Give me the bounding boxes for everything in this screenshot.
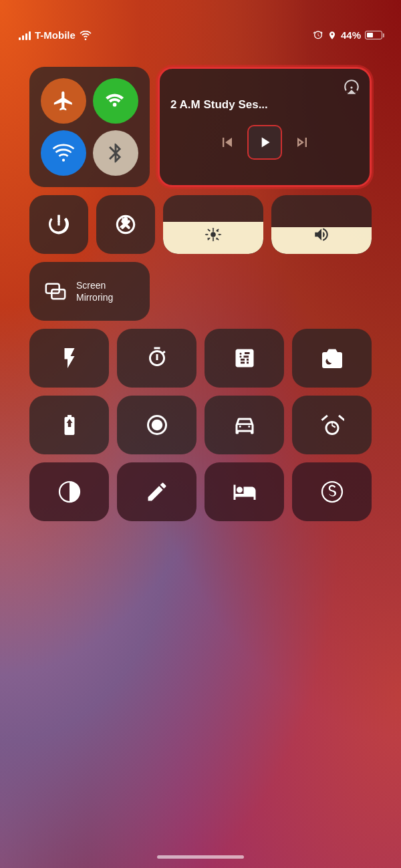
- svg-point-2: [211, 232, 216, 237]
- sleep-icon: [233, 480, 257, 504]
- car-icon: [233, 413, 257, 437]
- shazam-button[interactable]: [292, 462, 372, 521]
- notes-button[interactable]: [117, 462, 196, 521]
- brightness-icon: [205, 226, 222, 246]
- wifi-status-icon: [80, 31, 92, 40]
- screen-mirroring-row: Screen Mirroring: [29, 262, 372, 321]
- svg-point-7: [151, 420, 162, 431]
- alarm-clock-icon: [320, 413, 344, 437]
- play-pause-button[interactable]: [247, 125, 282, 160]
- flashlight-button[interactable]: [29, 329, 109, 388]
- battery-fill: [367, 33, 373, 37]
- screen-record-icon: [145, 413, 169, 437]
- svg-point-9: [322, 482, 342, 502]
- volume-icon: [313, 226, 330, 246]
- rewind-button[interactable]: [218, 133, 237, 152]
- do-not-disturb-icon: [113, 212, 138, 237]
- connectivity-block: [29, 67, 150, 187]
- cellular-icon: [104, 90, 127, 112]
- rotation-lock-button[interactable]: [29, 195, 88, 254]
- calculator-icon: [233, 346, 257, 370]
- low-power-button[interactable]: [29, 396, 109, 454]
- flashlight-icon: [57, 346, 82, 370]
- airplane-mode-button[interactable]: [41, 78, 86, 124]
- dark-mode-icon: [57, 480, 82, 504]
- signal-bar-3: [25, 33, 27, 40]
- bluetooth-button[interactable]: [93, 130, 138, 176]
- screen-mirror-line2: Mirroring: [76, 292, 113, 303]
- signal-bar-4: [29, 31, 31, 40]
- signal-bar-2: [22, 35, 24, 40]
- airplay-icon: [343, 78, 360, 98]
- home-indicator: [157, 855, 244, 859]
- airplane-icon: [52, 90, 75, 112]
- screen-mirroring-icon: [44, 280, 67, 303]
- dark-mode-button[interactable]: [29, 462, 109, 521]
- player-controls: [170, 125, 359, 160]
- screen-mirror-line1: Screen: [76, 280, 106, 291]
- screen-record-button[interactable]: [117, 396, 196, 454]
- now-playing-widget[interactable]: 2 A.M Study Ses...: [158, 67, 372, 187]
- carrier-label: T-Mobile: [35, 29, 76, 41]
- control-center: 2 A.M Study Ses...: [29, 67, 372, 529]
- clock-button[interactable]: [292, 396, 372, 454]
- svg-point-0: [350, 86, 352, 88]
- location-icon: [327, 30, 337, 41]
- svg-rect-5: [51, 289, 65, 299]
- alarm-icon: [313, 30, 323, 41]
- timer-icon: [145, 346, 169, 370]
- carplay-button[interactable]: [205, 396, 284, 454]
- timer-button[interactable]: [117, 329, 196, 388]
- battery-low-icon: [57, 413, 82, 437]
- brightness-slider[interactable]: [163, 195, 263, 254]
- do-not-disturb-button[interactable]: [96, 195, 155, 254]
- status-bar: T-Mobile 44%: [0, 29, 401, 41]
- status-left: T-Mobile: [19, 29, 92, 41]
- shazam-icon: [320, 480, 344, 504]
- status-right: 44%: [313, 29, 382, 41]
- row3: [29, 329, 372, 388]
- row4: [29, 396, 372, 454]
- second-row: [29, 195, 372, 254]
- wifi-button[interactable]: [41, 130, 86, 176]
- notes-icon: [145, 480, 169, 504]
- wifi-icon: [52, 142, 75, 164]
- bluetooth-icon: [104, 142, 127, 164]
- camera-icon: [320, 346, 344, 370]
- signal-bar-1: [19, 37, 21, 40]
- battery-shell: [365, 31, 382, 39]
- calculator-button[interactable]: [205, 329, 284, 388]
- screen-mirroring-label: Screen Mirroring: [76, 279, 113, 303]
- fast-forward-button[interactable]: [293, 133, 311, 152]
- battery-indicator: [365, 31, 382, 39]
- camera-button[interactable]: [292, 329, 372, 388]
- rotation-lock-icon: [46, 212, 72, 237]
- top-row: 2 A.M Study Ses...: [29, 67, 372, 187]
- battery-percent: 44%: [341, 29, 361, 41]
- row5: [29, 462, 372, 521]
- signal-bars: [19, 31, 31, 40]
- cellular-button[interactable]: [93, 78, 138, 124]
- volume-slider[interactable]: [271, 195, 372, 254]
- sleep-button[interactable]: [205, 462, 284, 521]
- track-title: 2 A.M Study Ses...: [170, 98, 359, 112]
- screen-mirroring-button[interactable]: Screen Mirroring: [29, 262, 150, 321]
